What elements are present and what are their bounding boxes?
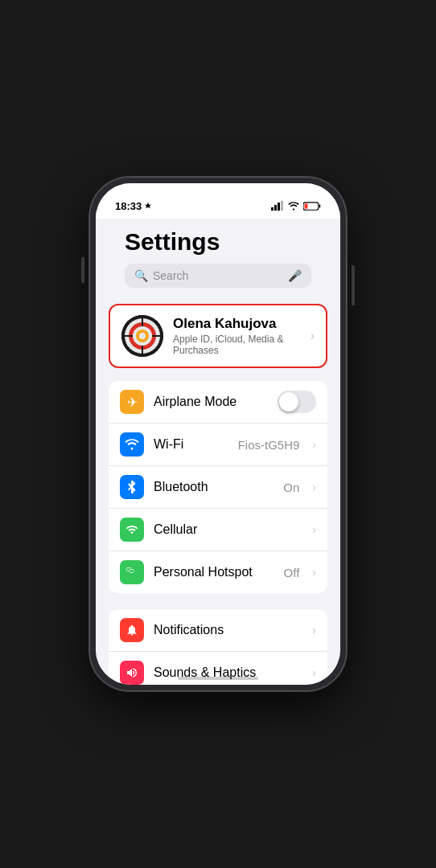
notifications-section-inner: Notifications › Sounds & Haptics › bbox=[109, 609, 327, 685]
bluetooth-icon bbox=[120, 475, 144, 499]
svg-rect-1 bbox=[274, 205, 277, 211]
notifications-chevron: › bbox=[312, 624, 316, 637]
connectivity-section: ✈ Airplane Mode bbox=[109, 381, 327, 593]
hotspot-value: Off bbox=[284, 566, 300, 579]
search-icon: 🔍 bbox=[134, 269, 148, 282]
signal-icon bbox=[271, 201, 284, 211]
profile-info: Olena Kahujova Apple ID, iCloud, Media &… bbox=[173, 316, 301, 356]
svg-rect-3 bbox=[281, 201, 283, 211]
sounds-chevron: › bbox=[312, 666, 316, 679]
phone-frame: 18:33 bbox=[89, 177, 347, 691]
battery-icon bbox=[303, 202, 321, 211]
wifi-label: Wi-Fi bbox=[154, 437, 228, 452]
hotspot-row[interactable]: Personal Hotspot Off › bbox=[109, 551, 327, 593]
svg-rect-0 bbox=[271, 207, 274, 211]
svg-rect-2 bbox=[278, 203, 280, 211]
status-bar: 18:33 bbox=[96, 183, 340, 219]
status-time: 18:33 bbox=[115, 200, 152, 212]
connectivity-section-inner: ✈ Airplane Mode bbox=[109, 381, 327, 593]
notifications-section: Notifications › Sounds & Haptics › bbox=[109, 609, 327, 685]
profile-subtitle: Apple ID, iCloud, Media & Purchases bbox=[173, 334, 301, 356]
settings-header: Settings 🔍 Search 🎤 bbox=[109, 219, 327, 304]
cellular-chevron: › bbox=[312, 523, 316, 536]
svg-point-12 bbox=[139, 333, 146, 339]
sounds-icon bbox=[120, 661, 144, 685]
profile-row[interactable]: Olena Kahujova Apple ID, iCloud, Media &… bbox=[109, 304, 327, 368]
bluetooth-label: Bluetooth bbox=[154, 480, 274, 494]
hotspot-icon bbox=[120, 560, 144, 584]
toggle-knob bbox=[279, 392, 298, 411]
notifications-icon bbox=[120, 618, 144, 642]
airplane-mode-toggle[interactable] bbox=[278, 391, 316, 413]
search-placeholder: Search bbox=[153, 269, 283, 282]
wifi-row[interactable]: Wi-Fi Fios-tG5H9 › bbox=[109, 424, 327, 466]
cellular-row[interactable]: Cellular › bbox=[109, 509, 327, 551]
airplane-mode-icon: ✈ bbox=[120, 390, 144, 414]
profile-avatar-icon bbox=[121, 315, 163, 357]
airplane-mode-row[interactable]: ✈ Airplane Mode bbox=[109, 381, 327, 424]
bluetooth-row[interactable]: Bluetooth On › bbox=[109, 466, 327, 509]
notifications-label: Notifications bbox=[154, 623, 302, 637]
notifications-row[interactable]: Notifications › bbox=[109, 609, 327, 652]
settings-title: Settings bbox=[125, 228, 311, 256]
profile-name: Olena Kahujova bbox=[173, 316, 301, 332]
wifi-value: Fios-tG5H9 bbox=[238, 438, 300, 452]
wifi-status-icon bbox=[288, 202, 299, 211]
svg-rect-6 bbox=[305, 203, 308, 208]
wifi-chevron: › bbox=[312, 438, 316, 451]
bluetooth-chevron: › bbox=[312, 481, 316, 493]
profile-chevron: › bbox=[311, 329, 315, 343]
hotspot-label: Personal Hotspot bbox=[154, 565, 274, 579]
svg-rect-5 bbox=[319, 204, 321, 207]
cellular-label: Cellular bbox=[154, 522, 302, 537]
status-icons bbox=[271, 201, 321, 211]
search-bar[interactable]: 🔍 Search 🎤 bbox=[125, 264, 311, 288]
avatar bbox=[121, 315, 163, 357]
bluetooth-value: On bbox=[283, 481, 299, 494]
home-indicator bbox=[178, 677, 258, 680]
microphone-icon: 🎤 bbox=[288, 269, 302, 282]
wifi-icon bbox=[120, 432, 144, 457]
cellular-icon bbox=[120, 518, 144, 542]
hotspot-chevron: › bbox=[312, 566, 316, 579]
phone-screen: 18:33 bbox=[96, 183, 340, 685]
screen-content[interactable]: Settings 🔍 Search 🎤 bbox=[96, 219, 340, 685]
airplane-mode-label: Airplane Mode bbox=[154, 395, 268, 409]
